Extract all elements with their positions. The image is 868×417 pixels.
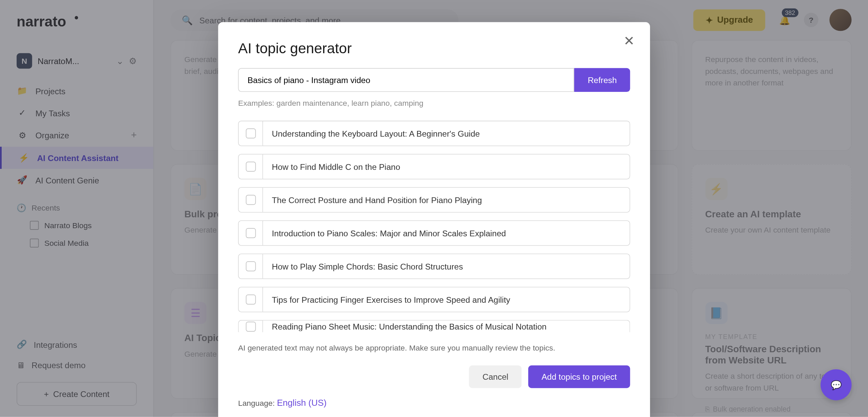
topic-checkbox[interactable] xyxy=(245,261,255,271)
topic-text-input[interactable] xyxy=(263,122,630,145)
topic-checkbox[interactable] xyxy=(245,321,255,331)
language-selector[interactable]: English (US) xyxy=(277,398,327,408)
topic-checkbox[interactable] xyxy=(245,228,255,238)
topic-item xyxy=(238,220,630,246)
modal-overlay: ✕ AI topic generator Refresh Examples: g… xyxy=(0,0,868,417)
refresh-button[interactable]: Refresh xyxy=(574,68,630,92)
topic-checkbox[interactable] xyxy=(245,162,255,172)
topic-checkbox-wrap xyxy=(239,254,263,279)
topic-item xyxy=(238,254,630,279)
chat-icon: 💬 xyxy=(831,379,842,390)
ai-topic-generator-modal: ✕ AI topic generator Refresh Examples: g… xyxy=(218,22,650,417)
chat-fab[interactable]: 💬 xyxy=(821,369,851,400)
topic-item xyxy=(238,187,630,213)
topic-text-input[interactable] xyxy=(263,155,630,178)
topic-list xyxy=(238,121,630,332)
topic-checkbox-wrap xyxy=(239,287,263,312)
topic-item xyxy=(238,121,630,146)
modal-footer: Cancel Add topics to project xyxy=(238,365,630,388)
topic-checkbox-wrap xyxy=(239,188,263,212)
topic-checkbox[interactable] xyxy=(245,295,255,304)
topic-item xyxy=(238,320,630,332)
cancel-button[interactable]: Cancel xyxy=(469,365,522,388)
topic-checkbox[interactable] xyxy=(245,128,255,138)
topic-checkbox-wrap xyxy=(239,221,263,245)
topic-checkbox-wrap xyxy=(239,320,263,332)
topic-text-input[interactable] xyxy=(263,288,630,311)
topic-checkbox[interactable] xyxy=(245,195,255,205)
language-label: Language: xyxy=(238,399,277,408)
add-topics-button[interactable]: Add topics to project xyxy=(528,365,630,388)
topic-item xyxy=(238,154,630,179)
topic-text-input[interactable] xyxy=(263,320,630,332)
topic-checkbox-wrap xyxy=(239,121,263,146)
topic-text-input[interactable] xyxy=(263,255,630,278)
examples-text: Examples: garden maintenance, learn pian… xyxy=(238,99,630,107)
topic-item xyxy=(238,287,630,312)
topic-checkbox-wrap xyxy=(239,155,263,179)
modal-title: AI topic generator xyxy=(238,40,630,57)
topic-text-input[interactable] xyxy=(263,188,630,211)
close-icon: ✕ xyxy=(624,33,635,49)
topic-text-input[interactable] xyxy=(263,222,630,244)
close-button[interactable]: ✕ xyxy=(621,33,637,49)
topic-input[interactable] xyxy=(238,68,574,92)
disclaimer-text: AI generated text may not always be appr… xyxy=(238,343,630,352)
